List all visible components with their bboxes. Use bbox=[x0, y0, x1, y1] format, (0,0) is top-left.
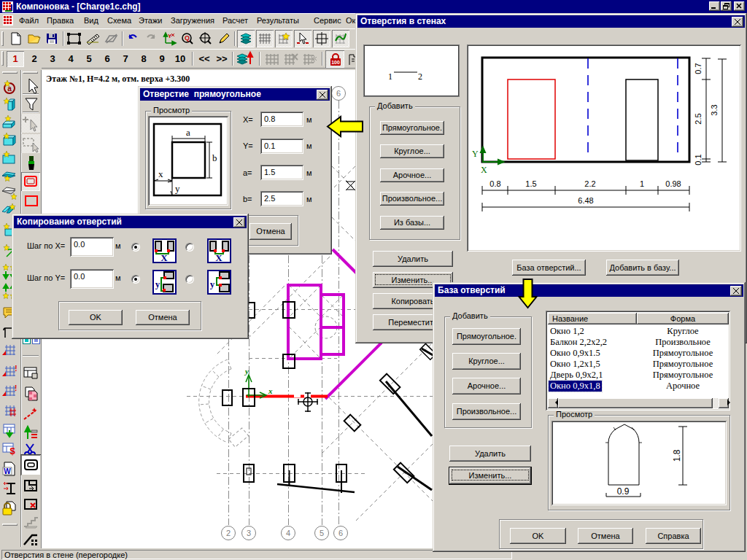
svg-text:X: X bbox=[160, 252, 168, 263]
svg-text:y: y bbox=[244, 367, 249, 376]
svg-text:4: 4 bbox=[286, 529, 290, 537]
svg-text:1.5: 1.5 bbox=[525, 179, 536, 188]
svg-text:0.1: 0.1 bbox=[694, 154, 703, 165]
svg-text:$: $ bbox=[9, 446, 15, 456]
svg-text:x: x bbox=[268, 386, 273, 395]
svg-text:1.8: 1.8 bbox=[672, 449, 682, 462]
svg-text:!: ! bbox=[15, 365, 17, 373]
svg-text:1: 1 bbox=[640, 179, 644, 188]
svg-text:b: b bbox=[212, 152, 217, 163]
svg-text:!: ! bbox=[15, 384, 17, 392]
svg-text:0.7: 0.7 bbox=[694, 63, 703, 74]
svg-text:2: 2 bbox=[226, 529, 231, 537]
svg-text:0.98: 0.98 bbox=[665, 179, 681, 188]
svg-text:Y: Y bbox=[472, 149, 479, 159]
svg-text:6: 6 bbox=[338, 529, 343, 537]
svg-text:0.8: 0.8 bbox=[489, 179, 500, 188]
svg-text:6: 6 bbox=[336, 89, 341, 98]
svg-text:W: W bbox=[4, 467, 11, 475]
svg-text:y: y bbox=[175, 183, 180, 194]
svg-text:у: у bbox=[210, 279, 215, 289]
svg-text:X: X bbox=[481, 165, 487, 175]
svg-text:2.2: 2.2 bbox=[584, 179, 595, 188]
svg-text:a: a bbox=[186, 127, 190, 138]
svg-text:5: 5 bbox=[320, 529, 324, 537]
svg-text:3.3: 3.3 bbox=[710, 104, 719, 115]
svg-text:0.9: 0.9 bbox=[617, 486, 630, 497]
svg-text:X: X bbox=[215, 252, 222, 263]
svg-text:2: 2 bbox=[418, 71, 422, 82]
svg-text:x: x bbox=[158, 168, 163, 179]
svg-text:у: у bbox=[155, 279, 160, 289]
svg-text:2.5: 2.5 bbox=[694, 113, 703, 124]
svg-text:3: 3 bbox=[247, 529, 251, 537]
svg-text:1: 1 bbox=[388, 71, 392, 82]
svg-text:6.48: 6.48 bbox=[578, 196, 593, 205]
